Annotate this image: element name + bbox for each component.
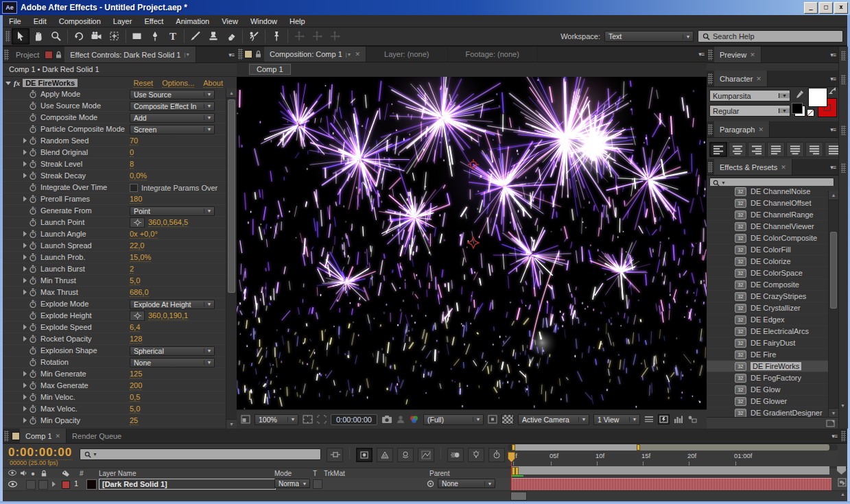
panel-menu-icon[interactable]: ▾≡ xyxy=(827,164,838,171)
eraser-tool[interactable] xyxy=(222,28,240,45)
frame-blend-button[interactable] xyxy=(418,448,434,462)
stopwatch-icon[interactable] xyxy=(29,416,37,425)
point-picker-icon[interactable] xyxy=(130,217,145,228)
expander-icon[interactable] xyxy=(23,406,27,411)
zoom-tool[interactable] xyxy=(47,28,65,45)
stopwatch-icon[interactable] xyxy=(29,101,37,110)
fill-color-swatch[interactable] xyxy=(808,88,827,107)
resolution-dropdown[interactable]: (Full)▼ xyxy=(423,414,484,425)
eyedropper-icon[interactable] xyxy=(794,90,804,101)
stopwatch-icon[interactable] xyxy=(29,346,37,355)
blend-mode-dropdown[interactable]: Norma▼ xyxy=(274,479,310,488)
effect-preset-item[interactable]: 32DE ElectricalArcs xyxy=(707,326,838,337)
collapse-arrow-icon[interactable] xyxy=(5,82,11,85)
tab-composition[interactable]: Composition: Comp 1|▼✕ xyxy=(264,47,366,62)
stopwatch-icon[interactable] xyxy=(29,241,37,250)
panel-grip[interactable] xyxy=(708,124,713,135)
stopwatch-icon[interactable] xyxy=(29,206,37,215)
param-dropdown[interactable]: None▼ xyxy=(130,358,215,368)
minimize-button[interactable]: _ xyxy=(804,2,818,14)
layer-label-swatch[interactable] xyxy=(62,481,70,489)
param-value[interactable]: 25 xyxy=(130,416,138,425)
panel-menu-icon[interactable]: ▾≡ xyxy=(696,51,707,58)
roto-brush-tool[interactable] xyxy=(245,28,263,45)
maximize-button[interactable]: □ xyxy=(819,2,833,14)
timeline-search-box[interactable]: ▼ xyxy=(80,448,321,460)
pixel-aspect-icon[interactable] xyxy=(687,415,697,424)
layer-name[interactable]: [Dark Red Solid 1] xyxy=(99,479,276,490)
stopwatch-icon[interactable] xyxy=(29,311,37,320)
panel-grip[interactable] xyxy=(708,162,713,173)
menu-help[interactable]: Help xyxy=(283,16,311,27)
hand-tool[interactable] xyxy=(29,28,47,45)
param-value[interactable]: 360,0,564,5 xyxy=(148,218,188,227)
exposure-icon[interactable] xyxy=(658,414,670,424)
effect-preset-item[interactable]: 32DE ChannelOffset xyxy=(707,197,838,209)
panel-grip[interactable] xyxy=(4,431,9,442)
param-value[interactable]: 0,5 xyxy=(130,393,140,402)
scroll-up-icon[interactable]: ▲ xyxy=(840,492,845,496)
param-value[interactable]: 5,0 xyxy=(130,405,140,413)
brainstorm-button[interactable] xyxy=(468,448,484,462)
effect-preset-item[interactable]: 32DE Colorize xyxy=(707,256,838,267)
effect-preset-item[interactable]: 32DE ColorFill xyxy=(707,244,838,256)
transparency-grid-icon[interactable] xyxy=(501,414,514,424)
navigator-end-handle[interactable] xyxy=(637,444,640,451)
menu-file[interactable]: File xyxy=(3,16,27,27)
comp-mini-flowchart-button[interactable] xyxy=(327,448,343,462)
search-help-box[interactable]: Search Help xyxy=(698,30,843,43)
stopwatch-icon[interactable] xyxy=(29,323,37,332)
no-color-swatch[interactable] xyxy=(807,109,814,117)
panel-grip[interactable] xyxy=(4,49,9,60)
param-value[interactable]: 686,0 xyxy=(130,288,149,297)
param-value[interactable]: 5,0 xyxy=(130,276,140,285)
live-update-button[interactable] xyxy=(356,448,373,462)
composition-canvas[interactable] xyxy=(237,77,707,409)
panel-grip[interactable] xyxy=(841,75,846,84)
comp-tab[interactable]: Comp 1 xyxy=(249,64,291,75)
param-dropdown[interactable]: Use Source▼ xyxy=(130,90,215,99)
expander-icon[interactable] xyxy=(23,138,27,143)
effect-controls-scrollbar[interactable]: ▲ ▼ xyxy=(226,88,237,429)
panel-grip[interactable] xyxy=(708,73,713,84)
options-link[interactable]: Options... xyxy=(162,79,194,88)
audio-toggle[interactable] xyxy=(26,480,36,490)
effect-preset-item[interactable]: 32DE ChannelViewer xyxy=(707,221,838,232)
stopwatch-icon[interactable] xyxy=(29,160,37,169)
effect-preset-item[interactable]: 32DE GradientDesigner xyxy=(707,407,838,418)
t-column[interactable]: T xyxy=(313,470,317,477)
effect-preset-item[interactable]: 32DE FireWorks xyxy=(707,361,838,372)
stopwatch-icon[interactable] xyxy=(29,218,37,227)
eye-icon[interactable] xyxy=(8,481,17,488)
tab-paragraph[interactable]: Paragraph✕ xyxy=(714,121,770,137)
stopwatch-icon[interactable] xyxy=(29,125,37,134)
effect-preset-item[interactable]: 32DE FairyDust xyxy=(707,337,838,349)
param-dropdown[interactable]: Composite Effect In▼ xyxy=(130,101,215,111)
navigator-start-handle[interactable] xyxy=(512,444,515,451)
stopwatch-icon[interactable] xyxy=(29,113,37,122)
tab-layer[interactable]: Layer: (none) xyxy=(366,47,447,62)
point-picker-icon[interactable] xyxy=(130,311,145,321)
stopwatch-icon[interactable] xyxy=(29,370,37,379)
expander-icon[interactable] xyxy=(23,231,27,237)
effects-scrollbar[interactable]: ▲ ▼ xyxy=(828,191,838,418)
expander-icon[interactable] xyxy=(23,243,27,248)
default-fill-swatch[interactable] xyxy=(792,103,803,114)
type-tool[interactable]: T xyxy=(164,28,182,45)
panel-grip[interactable] xyxy=(841,125,846,135)
align-center-button[interactable] xyxy=(729,142,746,157)
expander-icon[interactable] xyxy=(23,394,27,400)
panel-grip[interactable] xyxy=(708,49,713,60)
timeline-hscroll[interactable] xyxy=(510,492,527,501)
expander-icon[interactable] xyxy=(23,196,27,202)
menu-view[interactable]: View xyxy=(215,16,244,27)
expander-icon[interactable] xyxy=(23,289,27,295)
scroll-up-icon[interactable]: ▲ xyxy=(829,191,838,200)
param-value[interactable]: 180 xyxy=(130,195,142,204)
stopwatch-icon[interactable] xyxy=(29,405,37,413)
justify-last-right-button[interactable] xyxy=(805,142,823,157)
scrollbar-thumb[interactable] xyxy=(830,232,837,309)
menu-composition[interactable]: Composition xyxy=(53,16,107,27)
toolbar-grip[interactable] xyxy=(5,31,10,42)
close-button[interactable]: x xyxy=(834,2,848,14)
